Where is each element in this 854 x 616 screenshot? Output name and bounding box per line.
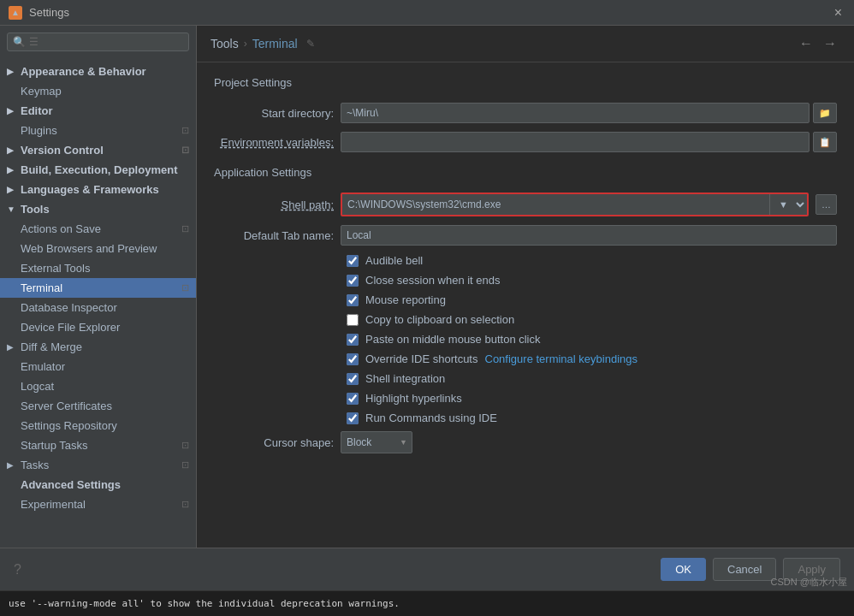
- close-button[interactable]: ×: [831, 3, 845, 22]
- highlight-hyperlinks-label[interactable]: Highlight hyperlinks: [365, 392, 462, 405]
- title-bar-title: Settings: [29, 6, 69, 19]
- sidebar-item-keymap[interactable]: Keymap: [0, 81, 196, 101]
- default-tab-input[interactable]: [341, 225, 837, 246]
- audible-bell-label[interactable]: Audible bell: [365, 254, 423, 267]
- env-variables-input[interactable]: [341, 132, 810, 152]
- forward-button[interactable]: →: [820, 34, 840, 53]
- close-session-checkbox[interactable]: [347, 275, 359, 287]
- bottom-bar: ? OK Cancel Apply: [0, 548, 854, 590]
- chevron-right-icon: ▶: [7, 342, 17, 352]
- shell-integration-checkbox[interactable]: [347, 373, 359, 385]
- app-settings-label: Application Settings: [214, 166, 837, 182]
- sidebar-item-experimental[interactable]: Experimental ⊡: [0, 495, 196, 514]
- shell-path-row: Shell path: ▼ …: [214, 192, 837, 216]
- checkbox-shell-integration: Shell integration: [214, 372, 837, 385]
- chevron-down-icon: ▼: [7, 204, 17, 214]
- cancel-button[interactable]: Cancel: [713, 558, 776, 581]
- sidebar-item-terminal[interactable]: Terminal ⊡: [0, 278, 196, 298]
- settings-dialog: 🔍 ▶ Appearance & Behavior Keymap ▶ Edito…: [0, 26, 854, 616]
- sidebar: 🔍 ▶ Appearance & Behavior Keymap ▶ Edito…: [0, 26, 197, 548]
- help-button[interactable]: ?: [14, 562, 21, 578]
- sidebar-item-advanced[interactable]: Advanced Settings: [0, 475, 196, 495]
- sidebar-item-languages[interactable]: ▶ Languages & Frameworks: [0, 180, 196, 199]
- edit-icon: ✎: [306, 38, 315, 50]
- search-box[interactable]: 🔍: [7, 33, 189, 51]
- chevron-right-icon: ▶: [7, 106, 17, 116]
- sidebar-item-tasks[interactable]: ▶ Tasks ⊡: [0, 455, 196, 475]
- project-settings-label: Project Settings: [214, 76, 837, 92]
- terminal-icon: ⊡: [181, 282, 189, 293]
- shell-path-browse-btn[interactable]: …: [815, 194, 837, 215]
- sidebar-item-editor[interactable]: ▶ Editor: [0, 101, 196, 121]
- paste-middle-mouse-label[interactable]: Paste on middle mouse button click: [365, 333, 541, 346]
- sidebar-item-appearance[interactable]: ▶ Appearance & Behavior: [0, 62, 196, 81]
- back-button[interactable]: ←: [796, 34, 816, 53]
- override-ide-checkbox[interactable]: [347, 353, 359, 365]
- start-directory-input[interactable]: [341, 103, 810, 123]
- search-input[interactable]: [29, 36, 183, 48]
- app-icon: ▲: [9, 6, 22, 20]
- configure-keybindings-link[interactable]: Configure terminal keybindings: [485, 352, 638, 365]
- breadcrumb-separator: ›: [244, 38, 247, 50]
- chevron-right-icon: ▶: [7, 67, 17, 76]
- search-icon: 🔍: [13, 36, 26, 48]
- shell-integration-label[interactable]: Shell integration: [365, 372, 445, 385]
- cursor-shape-select-wrapper: Block Underline I-beam: [341, 431, 412, 453]
- breadcrumb: Tools › Terminal ✎: [211, 37, 315, 50]
- cursor-shape-label: Cursor shape:: [214, 436, 334, 449]
- app-settings-section: Application Settings: [214, 166, 837, 182]
- copy-clipboard-checkbox[interactable]: [347, 314, 359, 326]
- title-bar-left: ▲ Settings: [9, 6, 69, 20]
- checkbox-copy-clipboard: Copy to clipboard on selection: [214, 313, 837, 326]
- sidebar-item-logcat[interactable]: Logcat: [0, 376, 196, 396]
- checkbox-close-session: Close session when it ends: [214, 274, 837, 287]
- run-commands-checkbox[interactable]: [347, 412, 359, 424]
- sidebar-item-settings-repo[interactable]: Settings Repository: [0, 416, 196, 435]
- experimental-icon: ⊡: [181, 499, 189, 510]
- sidebar-item-build[interactable]: ▶ Build, Execution, Deployment: [0, 160, 196, 180]
- plugin-icon: ⊡: [181, 125, 189, 136]
- env-variables-browse-btn[interactable]: 📋: [813, 132, 837, 152]
- chevron-right-icon: ▶: [7, 185, 17, 194]
- breadcrumb-current: Terminal: [252, 37, 298, 50]
- apply-button[interactable]: Apply: [783, 558, 840, 581]
- checkbox-paste-middle-mouse: Paste on middle mouse button click: [214, 333, 837, 346]
- checkbox-override-ide: Override IDE shortcuts Configure termina…: [214, 352, 837, 365]
- sidebar-item-server-certs[interactable]: Server Certificates: [0, 396, 196, 416]
- nav-tree: ▶ Appearance & Behavior Keymap ▶ Editor …: [0, 58, 196, 548]
- sidebar-item-device-file-explorer[interactable]: Device File Explorer: [0, 317, 196, 337]
- copy-clipboard-label[interactable]: Copy to clipboard on selection: [365, 313, 514, 326]
- audible-bell-checkbox[interactable]: [347, 255, 359, 267]
- checkbox-audible-bell: Audible bell: [214, 254, 837, 267]
- shell-path-input[interactable]: [342, 194, 769, 215]
- sidebar-item-version-control[interactable]: ▶ Version Control ⊡: [0, 140, 196, 160]
- sidebar-item-emulator[interactable]: Emulator: [0, 357, 196, 376]
- override-ide-label[interactable]: Override IDE shortcuts: [365, 352, 478, 365]
- start-directory-row: Start directory: 📁: [214, 103, 837, 123]
- paste-middle-mouse-checkbox[interactable]: [347, 334, 359, 346]
- actions-icon: ⊡: [181, 223, 189, 234]
- shell-path-input-wrapper: ▼: [341, 192, 809, 216]
- sidebar-item-database-inspector[interactable]: Database Inspector: [0, 298, 196, 317]
- run-commands-label[interactable]: Run Commands using IDE: [365, 412, 497, 424]
- sidebar-item-actions-on-save[interactable]: Actions on Save ⊡: [0, 219, 196, 239]
- start-directory-browse-btn[interactable]: 📁: [813, 103, 837, 123]
- tasks-icon: ⊡: [181, 459, 189, 471]
- sidebar-item-plugins[interactable]: Plugins ⊡: [0, 121, 196, 140]
- chevron-right-icon: ▶: [7, 460, 17, 470]
- close-session-label[interactable]: Close session when it ends: [365, 274, 501, 287]
- sidebar-item-external-tools[interactable]: External Tools: [0, 258, 196, 278]
- sidebar-item-startup-tasks[interactable]: Startup Tasks ⊡: [0, 435, 196, 455]
- sidebar-item-diff-merge[interactable]: ▶ Diff & Merge: [0, 337, 196, 357]
- cursor-shape-row: Cursor shape: Block Underline I-beam: [214, 431, 837, 453]
- ok-button[interactable]: OK: [661, 558, 706, 581]
- sidebar-item-web-browsers[interactable]: Web Browsers and Preview: [0, 239, 196, 258]
- env-variables-row: Environment variables: 📋: [214, 132, 837, 152]
- mouse-reporting-checkbox[interactable]: [347, 294, 359, 306]
- startup-icon: ⊡: [181, 440, 189, 451]
- highlight-hyperlinks-checkbox[interactable]: [347, 393, 359, 405]
- mouse-reporting-label[interactable]: Mouse reporting: [365, 293, 446, 306]
- shell-path-dropdown[interactable]: ▼: [769, 194, 807, 215]
- sidebar-item-tools[interactable]: ▼ Tools: [0, 199, 196, 219]
- cursor-shape-select[interactable]: Block Underline I-beam: [341, 431, 412, 453]
